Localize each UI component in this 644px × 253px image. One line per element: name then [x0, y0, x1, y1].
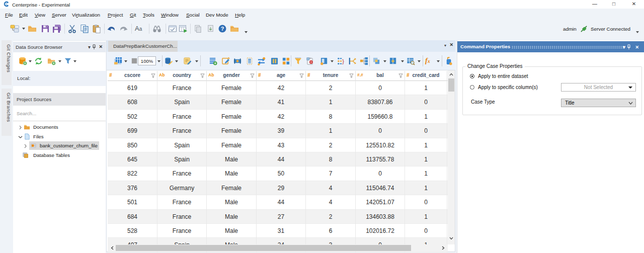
svg-text:?: ?: [221, 26, 224, 32]
svg-text:}: }: [342, 58, 344, 64]
